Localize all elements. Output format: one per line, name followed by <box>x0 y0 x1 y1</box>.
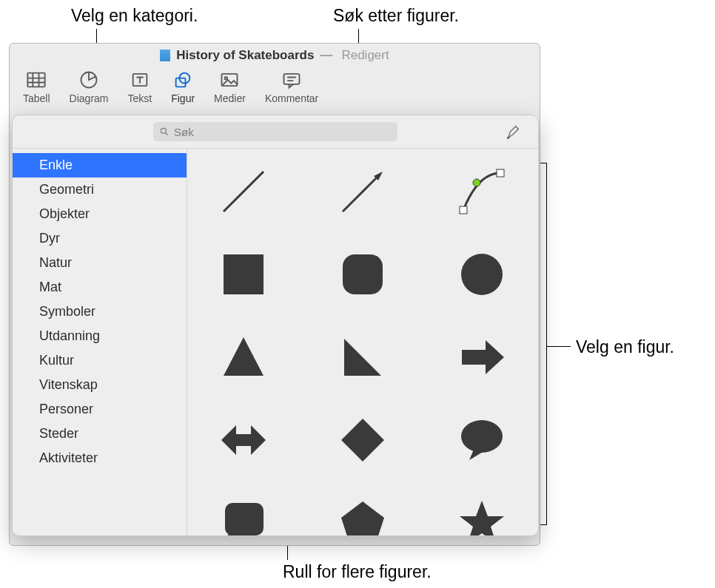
sidebar-item-geometri[interactable]: Geometri <box>13 178 187 202</box>
svg-point-24 <box>473 179 480 186</box>
svg-rect-26 <box>343 254 383 294</box>
sidebar-item-symboler[interactable]: Symboler <box>13 300 187 324</box>
toolbar-label: Tekst <box>128 92 152 104</box>
callout-category: Velg en kategori. <box>71 6 198 26</box>
comment-icon <box>281 70 302 89</box>
shape-star[interactable] <box>452 493 511 535</box>
shape-pentagon[interactable] <box>333 493 392 535</box>
svg-marker-29 <box>344 339 381 376</box>
sidebar-item-utdanning[interactable]: Utdanning <box>13 324 187 348</box>
sidebar-item-personer[interactable]: Personer <box>13 397 187 422</box>
shape-arrow-line[interactable] <box>333 162 392 221</box>
callout-bracket <box>546 163 547 525</box>
svg-rect-23 <box>497 169 504 177</box>
svg-rect-25 <box>224 254 263 294</box>
svg-marker-31 <box>221 425 266 455</box>
shape-arrow-both[interactable] <box>214 410 273 470</box>
shape-rounded-square[interactable] <box>333 245 392 304</box>
toolbar-label: Tabell <box>23 92 50 104</box>
document-icon <box>160 50 170 61</box>
shape-speech-bubble[interactable] <box>452 410 511 470</box>
edited-dash: — <box>320 48 332 63</box>
toolbar-table-button[interactable]: Tabell <box>23 70 50 109</box>
shape-arrow-right[interactable] <box>452 328 511 387</box>
pen-tool-button[interactable] <box>506 124 522 143</box>
svg-point-27 <box>461 254 503 295</box>
callout-search: Søk etter figurer. <box>333 6 459 26</box>
toolbar-comment-button[interactable]: Kommentar <box>265 70 318 109</box>
search-placeholder: Søk <box>174 126 194 138</box>
toolbar-label: Medier <box>214 92 246 104</box>
media-icon <box>219 70 240 89</box>
svg-rect-0 <box>28 73 45 87</box>
search-input[interactable]: Søk <box>153 122 397 141</box>
edited-label: Redigert <box>341 48 389 63</box>
category-sidebar: Enkle Geometri Objekter Dyr Natur Mat Sy… <box>13 149 187 535</box>
window-titlebar: History of Skateboards — Redigert <box>10 44 540 67</box>
svg-marker-37 <box>341 501 384 535</box>
toolbar-chart-button[interactable]: Diagram <box>70 70 109 109</box>
svg-marker-34 <box>469 450 484 460</box>
popover-header: Søk <box>13 115 538 148</box>
document-title: History of Skateboards <box>176 48 314 63</box>
sidebar-item-objekter[interactable]: Objekter <box>13 202 187 226</box>
toolbar-text-button[interactable]: Tekst <box>128 70 152 109</box>
shape-circle[interactable] <box>452 245 511 304</box>
shape-diamond[interactable] <box>333 410 392 470</box>
shape-chat-square[interactable] <box>214 493 273 535</box>
sidebar-item-dyr[interactable]: Dyr <box>13 226 187 251</box>
svg-marker-28 <box>224 337 263 376</box>
svg-rect-35 <box>225 503 263 535</box>
sidebar-item-mat[interactable]: Mat <box>13 275 187 300</box>
svg-rect-22 <box>460 206 467 214</box>
svg-marker-30 <box>462 340 504 374</box>
svg-point-16 <box>161 128 166 133</box>
callout-line <box>547 346 571 347</box>
toolbar-label: Figur <box>171 92 195 104</box>
chart-icon <box>78 70 99 89</box>
toolbar-shape-button[interactable]: Figur <box>171 70 195 109</box>
svg-line-19 <box>224 172 263 212</box>
svg-point-18 <box>507 137 509 139</box>
shapes-popover: Søk Enkle Geometri Objekter Dyr Natur Ma… <box>12 115 539 536</box>
shape-square[interactable] <box>214 245 273 304</box>
text-icon <box>130 70 150 89</box>
shape-line[interactable] <box>214 162 273 221</box>
toolbar-label: Diagram <box>70 92 109 104</box>
sidebar-item-aktiviteter[interactable]: Aktiviteter <box>13 446 187 470</box>
table-icon <box>26 70 47 89</box>
pen-icon <box>506 124 522 141</box>
callout-scroll: Rull for flere figurer. <box>283 562 432 582</box>
sidebar-item-kultur[interactable]: Kultur <box>13 348 187 373</box>
search-icon <box>159 126 169 137</box>
shapes-area[interactable] <box>187 149 538 535</box>
shape-right-triangle[interactable] <box>333 328 392 387</box>
svg-line-20 <box>343 175 380 212</box>
shape-triangle[interactable] <box>214 328 273 387</box>
svg-rect-13 <box>284 74 300 84</box>
toolbar-media-button[interactable]: Medier <box>214 70 246 109</box>
sidebar-item-enkle[interactable]: Enkle <box>13 153 187 178</box>
callout-shape: Velg en figur. <box>576 337 674 357</box>
svg-marker-38 <box>460 501 504 535</box>
sidebar-item-natur[interactable]: Natur <box>13 251 187 275</box>
svg-point-33 <box>461 420 503 453</box>
sidebar-item-vitenskap[interactable]: Vitenskap <box>13 373 187 397</box>
svg-marker-32 <box>341 419 384 462</box>
toolbar: Tabell Diagram Tekst Figur Medier <box>10 67 540 109</box>
shapes-grid <box>199 162 526 535</box>
sidebar-item-steder[interactable]: Steder <box>13 422 187 446</box>
shape-icon <box>172 70 193 89</box>
popover-body: Enkle Geometri Objekter Dyr Natur Mat Sy… <box>13 148 538 535</box>
svg-point-12 <box>225 77 228 80</box>
svg-line-17 <box>166 133 168 135</box>
shape-curve[interactable] <box>452 162 511 221</box>
toolbar-label: Kommentar <box>265 92 318 104</box>
